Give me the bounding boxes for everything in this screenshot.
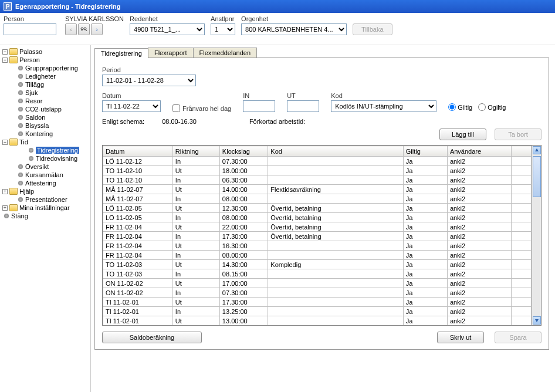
prev-button[interactable]: ‹ [65, 23, 77, 35]
bullet-icon [29, 156, 33, 161]
window-title: Egenrapportering - Tidregistrering [15, 3, 121, 10]
table-row[interactable]: FR 11-02-04Ut22.00:00Övertid, betalningJ… [103, 222, 532, 232]
app-icon: P [4, 2, 12, 11]
saldoberakning-button[interactable]: Saldoberäkning [102, 332, 202, 343]
tree-item-presentationer[interactable]: Presentationer [1, 195, 89, 204]
redenhet-label: Redenhet [130, 15, 205, 22]
tree-item-attestering[interactable]: Attestering [1, 179, 89, 187]
scrollbar[interactable] [532, 146, 541, 325]
tree-item-resor[interactable]: Resor [1, 97, 89, 105]
col-datum[interactable]: Datum [103, 146, 173, 157]
in-input[interactable] [243, 100, 275, 112]
anstlpnr-select[interactable]: 1 [211, 23, 235, 35]
table-row[interactable]: FR 11-02-04Ut16.30:00Jaanki2 [103, 241, 532, 251]
table-row[interactable]: MÅ 11-02-07Ut14.00:00FlextidsavräkningJa… [103, 185, 532, 194]
table-row[interactable]: TI 11-02-01Ut13.00:00Jaanki2 [103, 316, 532, 326]
spara-button: Spara [495, 332, 542, 343]
table-row[interactable]: FR 11-02-04In17.30:00Övertid, betalningJ… [103, 232, 532, 241]
col-riktning[interactable]: Riktning [172, 146, 219, 157]
table-row[interactable]: LÖ 11-02-05In08.00:00Övertid, betalningJ… [103, 213, 532, 222]
tab-flexmeddelanden[interactable]: Flexmeddelanden [193, 48, 257, 58]
tree-item-saldon[interactable]: Saldon [1, 113, 89, 121]
person-input[interactable] [4, 23, 56, 35]
col-kod[interactable]: Kod [268, 146, 403, 157]
tree-item-bisyssla[interactable]: Bisyssla [1, 121, 89, 130]
ut-input[interactable] [287, 100, 319, 112]
minus-icon[interactable]: − [2, 49, 8, 55]
table-row[interactable]: FR 11-02-04In08.00:00Jaanki2 [103, 251, 532, 260]
table-row[interactable]: LÖ 11-02-05Ut12.30:00Övertid, betalningJ… [103, 204, 532, 213]
plus-icon[interactable]: + [2, 205, 8, 211]
table-row[interactable]: TI 11-02-01Ut17.30:00Jaanki2 [103, 298, 532, 307]
table-row[interactable]: LÖ 11-02-12In07.30:00Jaanki2 [103, 157, 532, 166]
person-label: Person [4, 15, 59, 22]
svg-marker-5 [535, 319, 539, 322]
panel-tidregistrering: Period 11-02-01 - 11-02-28 Datum TI 11-0… [94, 58, 549, 350]
tree-item-tidregistrering[interactable]: Tidregistrering [1, 146, 89, 154]
bullet-icon [18, 197, 23, 202]
period-select[interactable]: 11-02-01 - 11-02-28 [102, 75, 196, 86]
tree-item-kontering[interactable]: Kontering [1, 130, 89, 138]
tree-item-palasso[interactable]: −Palasso [1, 48, 89, 56]
ogiltig-radio[interactable] [478, 103, 486, 111]
kod-select[interactable]: Kodlös IN/UT-stämpling [331, 100, 436, 112]
franvaro-checkbox-label[interactable]: Frånvaro hel dag [172, 104, 231, 112]
table-row[interactable]: MÅ 11-02-07In08.00:00Jaanki2 [103, 194, 532, 204]
skriv-ut-button[interactable]: Skriv ut [437, 332, 484, 343]
tab-tidregistrering[interactable]: Tidregistrering [94, 48, 148, 58]
tree-item-person[interactable]: −Person [1, 56, 89, 64]
tree-item-co2-utsl-pp[interactable]: CO2-utsläpp [1, 105, 89, 113]
tree-item--versikt[interactable]: Översikt [1, 163, 89, 171]
redenhet-select[interactable]: 4900 T521_1_... [130, 23, 205, 35]
datum-select[interactable]: TI 11-02-22 [102, 100, 161, 112]
table-row[interactable]: ON 11-02-02Ut17.00:00Jaanki2 [103, 279, 532, 288]
tree-item-hj-lp[interactable]: +Hjälp [1, 187, 89, 195]
scroll-up-icon[interactable] [533, 146, 541, 154]
forkortad-label: Förkortad arbetstid: [249, 118, 305, 125]
tree-item-tid[interactable]: −Tid [1, 138, 89, 146]
bullet-icon [18, 173, 23, 177]
bullet-icon [18, 131, 23, 136]
col-användare[interactable]: Användare [447, 146, 511, 157]
giltig-radio[interactable] [448, 103, 456, 111]
ut-label: UT [287, 92, 319, 99]
orgenhet-label: Orgenhet [241, 15, 347, 22]
time-grid: DatumRiktningKlockslagKodGiltigAnvändare… [102, 145, 542, 326]
in-label: IN [243, 92, 275, 99]
scroll-down-icon[interactable] [533, 316, 541, 325]
franvaro-checkbox[interactable] [172, 104, 180, 112]
tree-item-kursanm-lan[interactable]: Kursanmälan [1, 171, 89, 179]
giltig-radio-label[interactable]: Giltig [448, 103, 472, 111]
orgenhet-select[interactable]: 800 KARLSTADENHETEN 4... [241, 23, 347, 35]
plus-icon[interactable]: + [2, 189, 8, 194]
bullet-icon [18, 115, 23, 120]
col-giltig[interactable]: Giltig [403, 146, 447, 157]
table-row[interactable]: TO 11-02-03Ut14.30:00KompledigJaanki2 [103, 260, 532, 269]
table-row[interactable]: TI 11-02-01In13.25:00Jaanki2 [103, 307, 532, 316]
table-row[interactable]: TO 11-02-10Ut18.00:00Jaanki2 [103, 166, 532, 175]
franvaro-text: Frånvaro hel dag [182, 105, 231, 112]
bullet-icon [18, 90, 23, 95]
tree-item-st-ng[interactable]: Stäng [1, 212, 89, 220]
tree-item-grupprapportering[interactable]: Grupprapportering [1, 64, 89, 72]
minus-icon[interactable]: − [2, 140, 8, 145]
lagg-till-button[interactable]: Lägg till [439, 129, 486, 140]
col-klockslag[interactable]: Klockslag [219, 146, 268, 157]
next-button[interactable]: › [91, 23, 103, 35]
tree-item-ledigheter[interactable]: Ledigheter [1, 72, 89, 80]
table-row[interactable]: TO 11-02-03In08.15:00Jaanki2 [103, 269, 532, 279]
minus-icon[interactable]: − [2, 58, 8, 63]
ogiltig-radio-label[interactable]: Ogiltig [478, 103, 506, 111]
scroll-thumb[interactable] [533, 156, 541, 197]
folder-icon [9, 188, 18, 195]
schema-value: 08.00-16.30 [162, 118, 197, 125]
tree-item-mina-inst-llningar[interactable]: +Mina inställningar [1, 204, 89, 212]
tab-flexrapport[interactable]: Flexrapport [148, 48, 194, 58]
tree-item-till-gg[interactable]: Tillägg [1, 80, 89, 89]
tree-item-tidredovisning[interactable]: Tidredovisning [1, 154, 89, 163]
tree-item-sjuk[interactable]: Sjuk [1, 89, 89, 97]
search-icon[interactable] [78, 23, 90, 35]
table-row[interactable]: TO 11-02-10In06.30:00Jaanki2 [103, 175, 532, 185]
toolbar: Person SYLVIA KARLSSON ‹ › Redenhet 4900… [0, 13, 555, 45]
table-row[interactable]: ON 11-02-02In07.30:00Jaanki2 [103, 288, 532, 298]
